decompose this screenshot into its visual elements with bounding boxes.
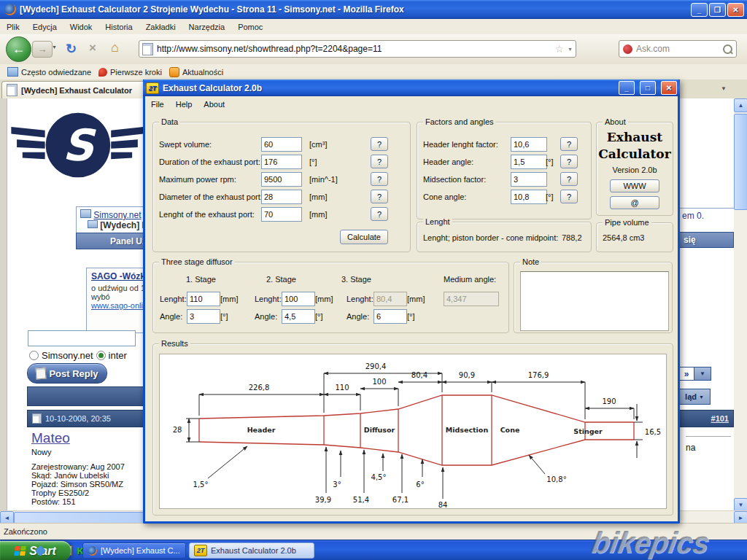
thread-view-dropdown[interactable]: ląd ▼	[678, 389, 711, 405]
calc-menu-file[interactable]: File	[145, 100, 170, 109]
stage2-angle-input[interactable]	[282, 309, 315, 324]
section-header: Header	[247, 426, 276, 434]
bookmark-news[interactable]: Aktualności	[169, 67, 223, 77]
site-favicon	[142, 43, 153, 55]
radio-simsony[interactable]	[29, 351, 39, 360]
unit-label: [mm]	[309, 192, 327, 202]
scroll-up-button[interactable]: ▲	[734, 98, 747, 112]
midsection-factor-input[interactable]	[511, 172, 547, 187]
close-button[interactable]: ✕	[727, 3, 744, 17]
forward-button[interactable]: →	[32, 41, 53, 58]
dim-stage2: 100	[372, 378, 386, 386]
home-icon[interactable]: ⌂	[111, 40, 119, 55]
search-magnifier-icon[interactable]	[723, 44, 732, 54]
deg-unit: [°]	[315, 311, 323, 322]
exhaust-port-diameter-input[interactable]	[261, 190, 302, 204]
calc-close-button[interactable]: ✕	[661, 81, 677, 95]
dim-midsection: 90,9	[459, 371, 475, 379]
taskbar-task-firefox[interactable]: [Wydech] Exhaust C...	[82, 542, 186, 559]
section-diffusor: Diffusor	[364, 426, 395, 434]
forward-dropdown-icon[interactable]: ▼	[52, 44, 57, 50]
stage3-title: 3. Stage	[341, 274, 371, 284]
radio-internet[interactable]	[96, 351, 106, 360]
restore-button[interactable]: ❐	[709, 3, 726, 17]
stage2-length-input[interactable]	[282, 292, 315, 306]
calculate-button[interactable]: Calculate	[340, 230, 388, 244]
dimension-labels: 290,4 226,8 110 100 80,4 90,9 176,9 190 …	[173, 362, 662, 508]
help-button[interactable]: ?	[560, 190, 578, 203]
swept-volume-input[interactable]	[261, 137, 302, 152]
scroll-thumb[interactable]	[734, 114, 747, 210]
menu-edycja[interactable]: Edycja	[26, 23, 63, 31]
post-header-bar: 10-10-2008, 20:35	[27, 410, 144, 427]
data-group: Data Swept volume: [cm³] ? Duration of t…	[152, 122, 411, 252]
url-bar[interactable]: http://www.simsony.net/showthread.php?t=…	[139, 40, 576, 58]
url-text[interactable]: http://www.simsony.net/showthread.php?t=…	[157, 44, 555, 54]
bookmark-often-visited[interactable]: Często odwiedzane	[7, 67, 91, 77]
menu-historia[interactable]: Historia	[98, 23, 139, 31]
post-reply-button[interactable]: Post Reply	[27, 363, 107, 384]
windows-flag-icon	[14, 546, 26, 556]
user-info-line: Zarejestrowany: Aug 2007	[31, 462, 144, 471]
help-button[interactable]: ?	[371, 137, 388, 151]
diffusor-group: Three stage diffusor 1. Stage 2. Stage 3…	[152, 262, 509, 333]
mm-unit: [mm]	[315, 294, 333, 304]
help-button[interactable]: ?	[371, 207, 388, 221]
post-number-link[interactable]: #101	[711, 414, 729, 423]
menu-zakladki[interactable]: Zakładki	[139, 23, 182, 31]
minimize-button[interactable]: _	[691, 3, 708, 17]
help-button[interactable]: ?	[560, 155, 578, 168]
back-button[interactable]: ←	[6, 36, 31, 62]
pagination-next-button[interactable]: »	[678, 367, 694, 381]
calc-maximize-button[interactable]: □	[640, 81, 656, 95]
header-angle-input[interactable]	[511, 155, 547, 169]
calc-menu-help[interactable]: Help	[170, 100, 198, 109]
calc-menu-about[interactable]: About	[198, 100, 231, 109]
search-engine-label[interactable]: Ask.com	[636, 44, 723, 54]
app-name-line1: Exhaust	[597, 130, 673, 144]
stop-icon[interactable]: ×	[89, 41, 96, 55]
max-power-rpm-input[interactable]	[261, 172, 302, 187]
exhaust-duration-input[interactable]	[261, 155, 302, 169]
menu-widok[interactable]: Widok	[63, 23, 99, 31]
help-button[interactable]: ?	[371, 155, 388, 168]
search-bar[interactable]: Ask.com	[619, 40, 737, 58]
note-textarea[interactable]	[520, 271, 669, 331]
www-button[interactable]: WWW	[610, 179, 659, 192]
cone-angle-input[interactable]	[511, 190, 547, 204]
bookmark-first-steps[interactable]: Pierwsze kroki	[98, 68, 162, 77]
post-username-link[interactable]: Mateo	[31, 430, 70, 446]
logout-bar-fragment[interactable]: się	[678, 232, 734, 248]
stage3-length-input	[374, 292, 407, 306]
stage1-angle-input[interactable]	[187, 309, 220, 324]
results-group-legend: Results	[159, 338, 190, 349]
dia-2: 51,4	[353, 496, 369, 504]
menu-pomoc[interactable]: Pomoc	[231, 23, 269, 31]
calculator-titlebar[interactable]: 2T Exhaust Calculator 2.0b _ □ ✕	[143, 79, 680, 96]
calculator-menubar: File Help About	[145, 96, 678, 112]
deg-unit: [°]	[407, 311, 415, 322]
forum-search-input[interactable]	[28, 330, 136, 346]
reload-icon[interactable]: ↻	[66, 41, 77, 57]
taskbar-task-calculator[interactable]: 2T Exhaust Calculator 2.0b	[189, 542, 314, 559]
email-button[interactable]: @	[610, 196, 659, 209]
help-button[interactable]: ?	[560, 172, 578, 186]
page-vertical-scrollbar[interactable]: ▲ ▼	[734, 98, 747, 510]
url-dropdown-icon[interactable]: ▼	[568, 47, 573, 52]
calc-minimize-button[interactable]: _	[619, 81, 635, 95]
help-button[interactable]: ?	[371, 172, 388, 186]
stage1-length-input[interactable]	[187, 292, 220, 306]
field-label: Duration of the exhaust port:	[159, 157, 260, 167]
bookmark-star-icon[interactable]: ☆	[555, 43, 565, 55]
header-length-factor-input[interactable]	[511, 137, 547, 152]
help-button[interactable]: ?	[560, 137, 578, 151]
exhaust-port-length-input[interactable]	[261, 207, 302, 222]
menu-narzedzia[interactable]: Narzędzia	[182, 23, 232, 31]
pagination-dropdown-button[interactable]: ▼	[694, 367, 711, 381]
stage3-angle-input[interactable]	[374, 309, 407, 324]
breadcrumb-site-link[interactable]: Simsony.net	[93, 210, 141, 220]
list-all-tabs-icon[interactable]: ▼	[721, 85, 727, 92]
radio-simsony-label: Simsony.net	[42, 350, 93, 361]
help-button[interactable]: ?	[371, 190, 388, 203]
menu-plik[interactable]: Plik	[0, 23, 26, 31]
